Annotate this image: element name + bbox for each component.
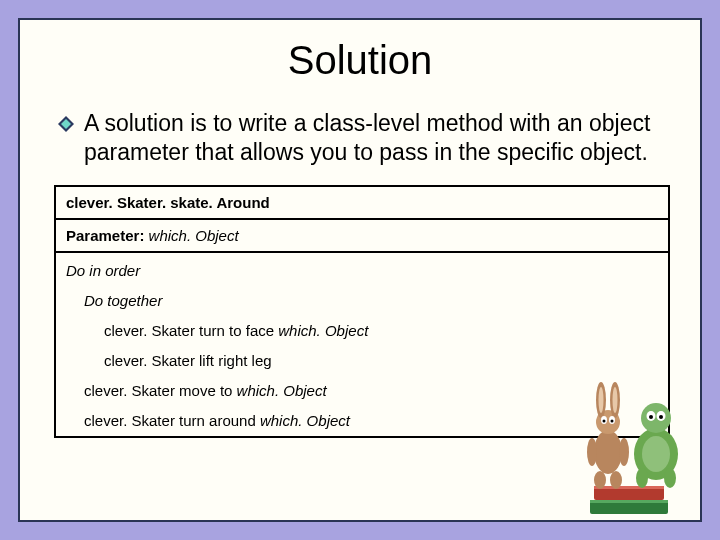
slide: Solution A solution is to write a class-…	[18, 18, 702, 522]
code-line-5a: clever. Skater move to	[84, 382, 237, 399]
svg-rect-5	[590, 500, 668, 503]
code-line-2: Do together	[56, 286, 668, 316]
code-box: clever. Skater. skate. Around Parameter:…	[54, 185, 670, 438]
svg-point-13	[636, 468, 648, 488]
code-line-3b: which. Object	[278, 322, 368, 339]
param-label: Parameter:	[66, 227, 144, 244]
svg-point-27	[594, 471, 606, 489]
bullet-diamond-icon	[58, 116, 74, 132]
code-line-3: clever. Skater turn to face which. Objec…	[56, 316, 668, 346]
svg-point-26	[619, 438, 629, 466]
param-value: which. Object	[149, 227, 239, 244]
code-line-5b: which. Object	[237, 382, 327, 399]
code-parameter-line: Parameter: which. Object	[56, 218, 668, 251]
slide-title: Solution	[54, 38, 666, 83]
code-method-name: clever. Skater. skate. Around	[56, 187, 668, 218]
code-line-5: clever. Skater move to which. Object	[56, 376, 668, 406]
svg-rect-2	[594, 486, 664, 500]
code-line-1: Do in order	[56, 251, 668, 286]
svg-point-7	[642, 436, 670, 472]
code-line-6b: which. Object	[260, 412, 350, 429]
body-text: A solution is to write a class-level met…	[84, 109, 666, 167]
svg-rect-3	[594, 486, 664, 489]
code-line-3a: clever. Skater turn to face	[104, 322, 278, 339]
code-line-6a: clever. Skater turn around	[84, 412, 260, 429]
body-row: A solution is to write a class-level met…	[54, 109, 666, 167]
svg-rect-4	[590, 500, 668, 514]
svg-point-25	[587, 438, 597, 466]
code-line-4: clever. Skater lift right leg	[56, 346, 668, 376]
svg-point-14	[664, 468, 676, 488]
code-line-6: clever. Skater turn around which. Object	[56, 406, 668, 436]
svg-point-28	[610, 471, 622, 489]
